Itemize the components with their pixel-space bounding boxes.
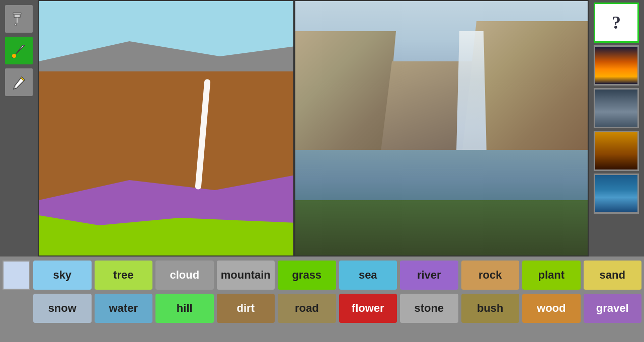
label-plant[interactable]: plant [522,261,581,290]
thumbnail-sunset[interactable] [594,45,639,86]
label-rock[interactable]: rock [461,261,520,290]
label-hill[interactable]: hill [155,294,214,323]
label-flower[interactable]: flower [339,294,397,323]
label-water[interactable]: water [95,294,153,323]
label-sky[interactable]: sky [33,261,92,290]
label-road[interactable]: road [278,294,336,323]
label-snow[interactable]: snow [33,294,92,323]
photo-canvas [294,0,589,256]
brush-tool[interactable] [5,37,33,64]
main-area: ? [0,0,644,256]
label-sea[interactable]: sea [339,261,397,290]
label-river[interactable]: river [400,261,458,290]
label-stone[interactable]: stone [400,294,458,323]
right-thumbnails-panel: ? [589,0,644,256]
svg-rect-2 [13,13,21,15]
pencil-tool[interactable] [5,68,33,96]
photo-grass-bottom [295,200,588,255]
left-toolbar [0,0,38,256]
bottom-labels-panel: sky tree cloud mountain grass sea river … [0,256,644,342]
photo-reference [295,1,588,255]
thumbnail-dusk[interactable] [594,131,639,171]
label-gravel[interactable]: gravel [584,294,642,323]
thumbnail-wave[interactable] [594,174,639,214]
drawing-canvas[interactable] [38,0,294,256]
svg-point-3 [12,54,16,58]
label-grass[interactable]: grass [278,261,336,290]
label-row-1: sky tree cloud mountain grass sea river … [3,261,641,290]
label-row-2: snow water hill dirt road flower stone b… [3,294,641,323]
label-mountain[interactable]: mountain [217,261,275,290]
label-tree[interactable]: tree [95,261,153,290]
dice-icon: ? [612,4,621,41]
thumbnail-clouds[interactable] [594,88,639,128]
label-dirt[interactable]: dirt [217,294,275,323]
label-wood[interactable]: wood [522,294,581,323]
color-selector-blank[interactable] [3,261,30,290]
label-sand[interactable]: sand [584,261,642,290]
label-cloud[interactable]: cloud [155,261,214,290]
thumbnail-dice[interactable]: ? [594,3,639,43]
label-bush[interactable]: bush [461,294,520,323]
paint-bucket-tool[interactable] [5,5,33,33]
